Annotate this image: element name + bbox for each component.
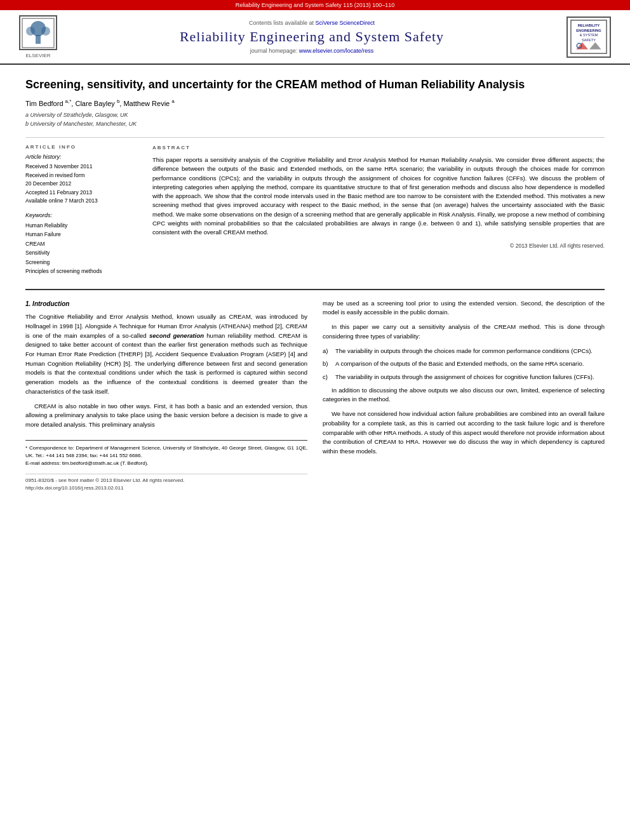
homepage-line: journal homepage: www.elsevier.com/locat… [64, 48, 560, 54]
article-history-label: Article history: [25, 154, 140, 160]
journal-safety-icon: RELIABILITY ENGINEERING & SYSTEM SAFETY [570, 18, 607, 55]
body-left-col: 1. Introduction The Cognitive Reliabilit… [25, 299, 307, 493]
received-1: Received 3 November 2011 [25, 163, 140, 171]
body-para-4: In this paper we carry out a sensitivity… [323, 323, 605, 341]
body-right-col: may be used as a screening tool prior to… [323, 299, 605, 493]
svg-text:ENGINEERING: ENGINEERING [576, 29, 601, 32]
section1-title: 1. Introduction [25, 299, 307, 309]
article-info-abstract: ARTICLE INFO Article history: Received 3… [25, 144, 605, 276]
svg-point-4 [41, 27, 50, 36]
received-revised-date: 20 December 2012 [25, 180, 140, 189]
list-label-b: b) [323, 359, 328, 369]
list-label-c: c) [323, 373, 328, 382]
list-item-b: b) A comparison of the outputs of the Ba… [323, 359, 605, 369]
journal-logo-right: RELIABILITY ENGINEERING & SYSTEM SAFETY [560, 17, 617, 58]
list-item-c: c) The variability in outputs through th… [323, 373, 605, 382]
svg-text:SAFETY: SAFETY [582, 38, 596, 42]
article-container: Screening, sensitivity, and uncertainty … [0, 65, 630, 505]
journal-citation: Reliability Engineering and System Safet… [236, 2, 395, 8]
affiliations: a University of Strathclyde, Glasgow, UK… [25, 111, 605, 128]
svg-text:RELIABILITY: RELIABILITY [578, 23, 600, 27]
main-body: 1. Introduction The Cognitive Reliabilit… [25, 289, 605, 493]
elsevier-tree-icon [21, 17, 55, 49]
footnote-star-line: * Correspondence to: Department of Manag… [25, 444, 307, 460]
sciverse-link[interactable]: SciVerse ScienceDirect [316, 20, 375, 26]
journal-header-center: Contents lists available at SciVerse Sci… [64, 20, 560, 54]
list-text-b: A comparison of the outputs of the Basic… [335, 360, 584, 367]
abstract-col: ABSTRACT This paper reports a sensitivit… [152, 144, 605, 276]
keyword-6: Principles of screening methods [25, 267, 140, 276]
article-info-col: ARTICLE INFO Article history: Received 3… [25, 144, 140, 276]
journal-header: ELSEVIER Contents lists available at Sci… [0, 10, 630, 65]
article-info-heading: ARTICLE INFO [25, 144, 140, 150]
elsevier-logo-box [19, 15, 57, 50]
keyword-1: Human Reliability [25, 221, 140, 230]
list-text-a: The variability in outputs through the c… [335, 347, 593, 354]
homepage-link[interactable]: www.elsevier.com/locate/ress [299, 48, 374, 54]
usually-text: usually [198, 313, 217, 320]
svg-point-3 [26, 27, 35, 36]
available-date: Available online 7 March 2013 [25, 197, 140, 206]
list-text-c: The variability in outputs through the a… [335, 373, 594, 380]
svg-rect-2 [36, 35, 41, 44]
body-two-col: 1. Introduction The Cognitive Reliabilit… [25, 299, 605, 493]
divider-1 [25, 137, 605, 138]
accepted-date: Accepted 11 February 2013 [25, 189, 140, 197]
authors-line: Tim Bedford a,*, Clare Bayley b, Matthew… [25, 98, 605, 107]
elsevier-text: ELSEVIER [25, 53, 50, 58]
body-para-2: CREAM is also notable in two other ways.… [25, 402, 307, 430]
list-item-a: a) The variability in outputs through th… [323, 347, 605, 356]
keyword-3: CREAM [25, 239, 140, 248]
keyword-5: Screening [25, 258, 140, 267]
body-para-6: We have not considered how individual ac… [323, 410, 605, 457]
footnote-area: * Correspondence to: Department of Manag… [25, 440, 307, 467]
author-text: Tim Bedford a,*, Clare Bayley b, Matthew… [25, 100, 175, 107]
keywords-label: Keywords: [25, 212, 140, 218]
body-para-1: The Cognitive Reliability and Error Anal… [25, 312, 307, 396]
abstract-text: This paper reports a sensitivity analysi… [152, 156, 605, 237]
top-bar: Reliability Engineering and System Safet… [0, 0, 630, 10]
footer-doi: http://dx.doi.org/10.1016/j.ress.2013.02… [25, 484, 307, 492]
keywords-block: Keywords: Human Reliability Human Failur… [25, 212, 140, 276]
abstract-heading: ABSTRACT [152, 144, 605, 152]
contents-line: Contents lists available at SciVerse Sci… [64, 20, 560, 26]
elsevier-logo: ELSEVIER [13, 15, 64, 58]
footer-issn: 0951-8320/$ - see front matter © 2013 El… [25, 477, 307, 484]
affiliation-b: b University of Manchester, Manchester, … [25, 120, 605, 129]
journal-title: Reliability Engineering and System Safet… [64, 29, 560, 45]
body-para-5: In addition to discussing the above outp… [323, 386, 605, 404]
keyword-2: Human Failure [25, 230, 140, 239]
journal-logo-box: RELIABILITY ENGINEERING & SYSTEM SAFETY [566, 17, 611, 58]
affiliation-a: a University of Strathclyde, Glasgow, UK [25, 111, 605, 120]
keyword-4: Sensitivity [25, 248, 140, 257]
copyright-line: © 2013 Elsevier Ltd. All rights reserved… [152, 242, 605, 250]
svg-text:& SYSTEM: & SYSTEM [580, 33, 598, 37]
received-revised: Received in revised form [25, 171, 140, 180]
body-para-3: may be used as a screening tool prior to… [323, 299, 605, 317]
article-title: Screening, sensitivity, and uncertainty … [25, 77, 605, 92]
footer-numbers: 0951-8320/$ - see front matter © 2013 El… [25, 474, 307, 493]
second-gen-text: second generation [149, 332, 204, 339]
svg-marker-11 [589, 42, 601, 49]
list-label-a: a) [323, 347, 328, 356]
article-history-block: Article history: Received 3 November 201… [25, 154, 140, 206]
footnote-email-line: E-mail address: tim.bedford@strath.ac.uk… [25, 460, 307, 467]
